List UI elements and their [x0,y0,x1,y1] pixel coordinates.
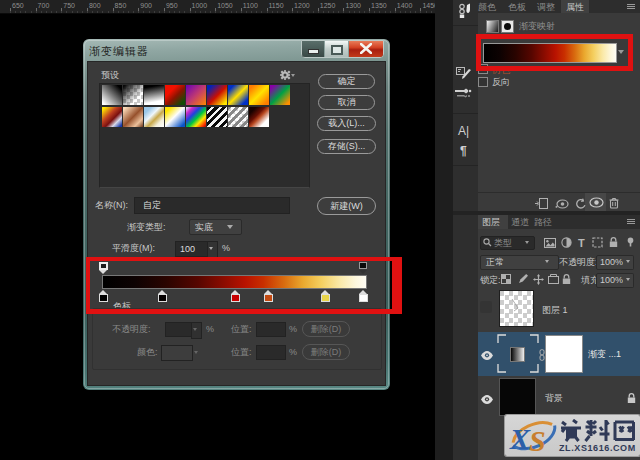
svg-text:S: S [529,424,546,456]
svg-text:X: X [509,422,531,455]
